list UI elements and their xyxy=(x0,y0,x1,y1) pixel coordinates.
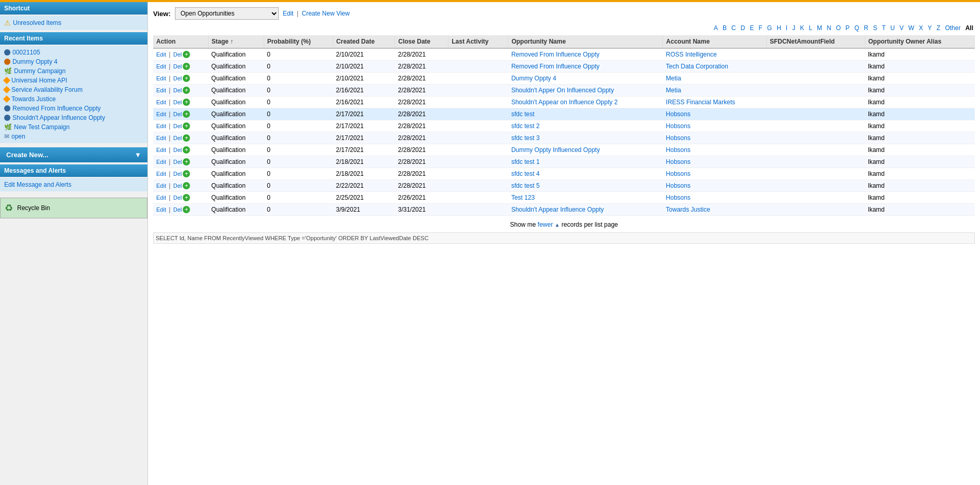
edit-link[interactable]: Edit xyxy=(156,75,166,81)
recent-item-link[interactable]: Dummy Oppty 4 xyxy=(12,58,58,65)
recent-item-link[interactable]: Dummy Campaign xyxy=(14,67,65,75)
account-link[interactable]: Metia xyxy=(666,87,681,94)
edit-link[interactable]: Edit xyxy=(156,147,166,153)
alpha-nav-r[interactable]: R xyxy=(862,24,870,32)
del-link[interactable]: Del xyxy=(173,195,182,201)
del-link[interactable]: Del xyxy=(173,135,182,141)
recent-item-link[interactable]: New Test Campaign xyxy=(14,123,70,131)
account-link[interactable]: Hobsons xyxy=(666,182,690,189)
add-button[interactable]: + xyxy=(183,99,190,106)
edit-link[interactable]: Edit xyxy=(156,159,166,165)
add-button[interactable]: + xyxy=(183,110,190,118)
alpha-nav-q[interactable]: Q xyxy=(853,24,861,32)
opportunity-link[interactable]: Shouldn't Apper On Influenced Oppty xyxy=(511,87,614,94)
opportunity-link[interactable]: sfdc test xyxy=(511,110,535,118)
alpha-nav-other[interactable]: Other xyxy=(944,24,962,32)
account-link[interactable]: IRESS Financial Markets xyxy=(666,99,735,106)
alpha-nav-d[interactable]: D xyxy=(739,24,747,32)
del-link[interactable]: Del xyxy=(173,75,182,81)
alpha-nav-c[interactable]: C xyxy=(730,24,738,32)
account-link[interactable]: Hobsons xyxy=(666,158,690,165)
account-link[interactable]: Hobsons xyxy=(666,122,690,130)
fewer-link[interactable]: fewer xyxy=(538,221,553,228)
opportunity-link[interactable]: Dummy Oppty Influenced Oppty xyxy=(511,146,600,154)
edit-link[interactable]: Edit xyxy=(156,111,166,117)
opportunity-link[interactable]: sfdc test 5 xyxy=(511,182,540,189)
recent-item-link[interactable]: Service Availability Forum xyxy=(11,86,83,93)
opportunity-link[interactable]: Test 123 xyxy=(511,194,535,201)
alpha-nav-t[interactable]: T xyxy=(880,24,887,32)
add-button[interactable]: + xyxy=(183,194,190,201)
account-link[interactable]: ROSS Intelligence xyxy=(666,51,717,58)
view-select[interactable]: Open Opportunities xyxy=(175,7,279,20)
opportunity-link[interactable]: sfdc test 1 xyxy=(511,158,540,165)
add-button[interactable]: + xyxy=(183,134,190,142)
alpha-nav-a[interactable]: A xyxy=(712,24,719,32)
alpha-nav-l[interactable]: L xyxy=(807,24,814,32)
account-link[interactable]: Hobsons xyxy=(666,110,690,118)
alpha-nav-j[interactable]: J xyxy=(791,24,797,32)
alpha-nav-e[interactable]: E xyxy=(748,24,755,32)
alpha-nav-w[interactable]: W xyxy=(907,24,916,32)
opportunity-link[interactable]: Removed From Influence Oppty xyxy=(511,51,600,58)
del-link[interactable]: Del xyxy=(173,159,182,165)
opportunity-link[interactable]: Dummy Oppty 4 xyxy=(511,75,556,82)
del-link[interactable]: Del xyxy=(173,206,182,213)
create-new-button[interactable]: Create New... ▼ xyxy=(0,147,147,162)
add-button[interactable]: + xyxy=(183,87,190,94)
alpha-nav-u[interactable]: U xyxy=(889,24,896,32)
edit-link[interactable]: Edit xyxy=(156,87,166,93)
unresolved-items-link[interactable]: Unresolved Items xyxy=(13,19,61,26)
del-link[interactable]: Del xyxy=(173,51,182,58)
alpha-nav-o[interactable]: O xyxy=(835,24,842,32)
del-link[interactable]: Del xyxy=(173,183,182,189)
add-button[interactable]: + xyxy=(183,146,190,154)
opportunity-link[interactable]: sfdc test 2 xyxy=(511,122,540,130)
del-link[interactable]: Del xyxy=(173,63,182,70)
alpha-nav-x[interactable]: X xyxy=(917,24,924,32)
recent-item-link[interactable]: 00021105 xyxy=(12,49,40,56)
alpha-nav-z[interactable]: Z xyxy=(935,24,942,32)
alpha-nav-m[interactable]: M xyxy=(815,24,824,32)
alpha-nav-g[interactable]: G xyxy=(766,24,773,32)
edit-view-link[interactable]: Edit xyxy=(283,10,294,17)
alpha-nav-all[interactable]: All xyxy=(964,24,975,32)
edit-link[interactable]: Edit xyxy=(156,99,166,105)
account-link[interactable]: Metia xyxy=(666,75,681,82)
alpha-nav-y[interactable]: Y xyxy=(926,24,933,32)
alpha-nav-h[interactable]: H xyxy=(775,24,783,32)
opportunity-link[interactable]: sfdc test 3 xyxy=(511,134,540,142)
add-button[interactable]: + xyxy=(183,170,190,177)
add-button[interactable]: + xyxy=(183,182,190,189)
recent-item-link[interactable]: Universal Home API xyxy=(11,77,67,84)
unresolved-items-item[interactable]: ⚠ Unresolved Items xyxy=(4,18,143,28)
recycle-bin-section[interactable]: ♻ Recycle Bin xyxy=(0,198,147,218)
add-button[interactable]: + xyxy=(183,122,190,130)
add-button[interactable]: + xyxy=(183,206,190,213)
del-link[interactable]: Del xyxy=(173,171,182,177)
alpha-nav-p[interactable]: P xyxy=(844,24,851,32)
edit-link[interactable]: Edit xyxy=(156,63,166,70)
alpha-nav-s[interactable]: S xyxy=(872,24,879,32)
opportunity-link[interactable]: Removed From Influence Oppty xyxy=(511,63,600,70)
alpha-nav-b[interactable]: B xyxy=(721,24,728,32)
del-link[interactable]: Del xyxy=(173,147,182,153)
recent-item-link[interactable]: Removed From Influence Oppty xyxy=(12,105,101,112)
alpha-nav-n[interactable]: N xyxy=(825,24,833,32)
edit-link[interactable]: Edit xyxy=(156,206,166,213)
account-link[interactable]: Hobsons xyxy=(666,194,690,201)
add-button[interactable]: + xyxy=(183,63,190,70)
account-link[interactable]: Tech Data Corporation xyxy=(666,63,728,70)
alpha-nav-f[interactable]: F xyxy=(757,24,764,32)
del-link[interactable]: Del xyxy=(173,123,182,129)
col-header-stage--[interactable]: Stage ↑ xyxy=(208,35,264,48)
account-link[interactable]: Hobsons xyxy=(666,170,690,177)
recent-item-link[interactable]: Towards Justice xyxy=(11,95,56,103)
account-link[interactable]: Hobsons xyxy=(666,146,690,154)
account-link[interactable]: Hobsons xyxy=(666,134,690,142)
edit-link[interactable]: Edit xyxy=(156,123,166,129)
edit-link[interactable]: Edit xyxy=(156,171,166,177)
alpha-nav-v[interactable]: V xyxy=(898,24,905,32)
edit-link[interactable]: Edit xyxy=(156,51,166,58)
account-link[interactable]: Towards Justice xyxy=(666,206,710,213)
